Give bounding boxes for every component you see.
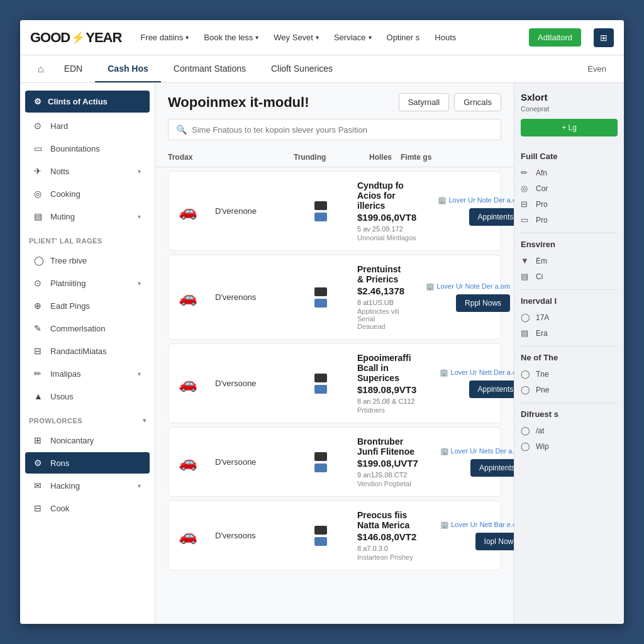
job-info: Cyndtup fo Acios for illerics $199.06,0V… [357, 180, 416, 242]
grncals-button[interactable]: Grncals [454, 93, 501, 111]
sidebar-active-section[interactable]: ⚙ Clints of Actius [25, 91, 150, 113]
right-item-icon: ⊟ [521, 199, 531, 209]
doc-icon: ⊟ [34, 503, 44, 513]
chevron-down-icon: ▾ [138, 280, 141, 287]
col-trodax: Trodax [168, 153, 294, 162]
right-item-icon: ◯ [521, 426, 531, 435]
company-link[interactable]: 🏢 Lover Ur Note Der a.om [438, 196, 514, 204]
right-panel-title: Sxlort [521, 92, 618, 103]
apply-button[interactable]: Appintents [469, 380, 514, 398]
right-item-label: /at [536, 426, 544, 435]
right-panel-item[interactable]: ⊟Pro [521, 196, 618, 212]
company-link[interactable]: 🏢 Lover Ur Nets Der a.om [440, 447, 514, 455]
job-info: Brontruber Junfi Flitenoe $199.08,UVT7 9… [357, 436, 418, 487]
tab-edn[interactable]: EDN [52, 55, 96, 82]
right-panel-item[interactable]: ✏Afn [521, 165, 618, 180]
nav-wey-sevet[interactable]: Wey Sevet [267, 29, 325, 46]
job-info: Prentuinst & Prierics $2.46,1378 8 at1US… [357, 264, 404, 330]
right-item-icon: ◯ [521, 385, 531, 394]
right-panel-item[interactable]: ◯/at [521, 423, 618, 438]
right-items1: ✏Afn◎Cor⊟Pro▭Pro [521, 165, 618, 228]
center-header: Wopoinmex it-modul! Satyrnall Grncals [155, 83, 514, 119]
sidebar-item-commerlsation[interactable]: ✎ Commerlsation [25, 318, 150, 339]
right-panel-item[interactable]: ▭Pro [521, 212, 618, 228]
right-panel-item[interactable]: ▤Era [521, 325, 618, 341]
job-salary: $199.06,0VT8 [357, 212, 416, 223]
company-link[interactable]: 🏢 Lover Ur Note Der a.om [426, 282, 510, 291]
tabs-bar: ⌂ EDN Cash Hos Contmant Stations Clioft … [20, 55, 624, 83]
nav-free-datins[interactable]: Free datiins [134, 29, 195, 46]
right-item-label: Pne [536, 386, 549, 394]
right-item-icon: ▼ [521, 256, 531, 265]
right-panel-item[interactable]: ◎Cor [521, 180, 618, 196]
tab-even[interactable]: Even [580, 64, 614, 74]
nav-houts[interactable]: Houts [428, 29, 462, 46]
company-link[interactable]: 🏢 Lover Ur Nett Der a.om [440, 369, 514, 377]
nav-book-less[interactable]: Book the less [197, 29, 265, 46]
right-panel-subtitle: Coneprat [521, 105, 618, 113]
sidebar-item-cook[interactable]: ⊟ Cook [25, 497, 150, 519]
right-items3: ◯17A▤Era [521, 309, 618, 341]
job-actions: 🏢 Lover Ur Note Der a.om Rppl Nows [409, 282, 510, 312]
tab-clioft[interactable]: Clioft Sunerices [258, 55, 345, 82]
tab-home-icon[interactable]: ⌂ [30, 55, 52, 82]
center-panel: Wopoinmex it-modul! Satyrnall Grncals 🔍 … [155, 83, 514, 624]
sidebar-item-platniiting[interactable]: ⊙ Platniiting ▾ [25, 272, 150, 294]
right-item-label: Pro [536, 200, 548, 209]
company-link[interactable]: 🏢 Lover Ur Nett Bar e.om [440, 521, 514, 529]
tab-contmant[interactable]: Contmant Stations [161, 55, 258, 82]
icon-grid-button[interactable]: ⊞ [594, 28, 614, 47]
sidebar-item-imalipas[interactable]: ✏ Imalipas ▾ [25, 363, 150, 384]
search-input[interactable] [192, 125, 493, 135]
job-company: D'verenone [215, 206, 309, 216]
job-card: 🚗 D'versoone Brontruber Junfi Flitenoe $… [168, 427, 501, 497]
col-holles: Holles [369, 153, 401, 162]
sidebar-item-bounintations[interactable]: ▭ Bounintations [25, 138, 150, 159]
sidebar-item-tree[interactable]: ◯ Tree rbive [25, 250, 150, 271]
nav-serviace[interactable]: Serviace [328, 29, 378, 46]
right-items4: ◯Tne◯Pne [521, 366, 618, 397]
sidebar-item-cooking[interactable]: ◎ Cooking [25, 183, 150, 204]
job-meta: 5 av 25.09.172 [357, 225, 416, 233]
nav-optiner[interactable]: Optiner s [380, 29, 426, 46]
sidebar-label: Cooking [50, 189, 80, 199]
apply-button[interactable]: Iopl Now [475, 533, 514, 550]
chevron-down-icon: ▾ [138, 168, 141, 175]
sidebar-item-usous[interactable]: ▲ Usous [25, 386, 150, 407]
sidebar-item-hacking[interactable]: ✉ Hacking ▾ [25, 475, 150, 496]
sidebar-item-notts[interactable]: ✈ Notts ▾ [25, 160, 150, 182]
right-panel-item[interactable]: ◯Pne [521, 382, 618, 397]
badge-blue [314, 213, 327, 221]
job-company: D'versoone [215, 457, 309, 467]
job-car-icon: 🚗 [179, 453, 210, 471]
job-card: 🚗 D'versoone Epooimeraffi Bcall in Super… [168, 343, 501, 423]
job-detail: Instarteon Prishey [357, 553, 416, 561]
apply-button[interactable]: Appintents [469, 208, 514, 226]
adtlaitord-button[interactable]: Adtlaitord [529, 28, 581, 47]
right-panel-item[interactable]: ◯Wip [521, 438, 618, 454]
satyrnall-button[interactable]: Satyrnall [399, 93, 450, 111]
job-company: D'verenons [215, 292, 309, 302]
right-panel-item[interactable]: ▼Em [521, 253, 618, 269]
tab-cash-hos[interactable]: Cash Hos [95, 55, 161, 82]
grid-icon: ⊞ [34, 435, 44, 445]
search-icon: 🔍 [176, 125, 187, 135]
sidebar-item-rons[interactable]: ⚙ Rons [25, 452, 150, 474]
apply-button[interactable]: Rppl Nows [456, 294, 510, 312]
sidebar-item-muting[interactable]: ▤ Muting ▾ [25, 206, 150, 227]
job-car-icon: 🚗 [179, 203, 210, 220]
sidebar-item-nonicantary[interactable]: ⊞ Nonicantary [25, 430, 150, 451]
right-panel-item[interactable]: ◯Tne [521, 366, 618, 382]
right-panel-item[interactable]: ▤Ci [521, 269, 618, 284]
apply-button[interactable]: Appintents [470, 459, 514, 477]
triangle-icon: ▲ [34, 391, 44, 401]
job-meta: 8 a7.0.3.0 [357, 545, 416, 552]
sidebar-item-hard[interactable]: ⊙ Hard [25, 115, 150, 136]
sidebar-item-randacti[interactable]: ⊟ RandactiMiatas [25, 340, 150, 362]
right-item-label: Cor [536, 184, 548, 193]
right-panel-cta-button[interactable]: + Lg [521, 119, 618, 136]
right-item-label: Em [536, 257, 547, 265]
job-actions: 🏢 Lover Ur Nett Der a.om Appintents [421, 369, 514, 398]
sidebar-item-eadt[interactable]: ⊕ Eadt Pings [25, 295, 150, 316]
right-panel-item[interactable]: ◯17A [521, 309, 618, 325]
